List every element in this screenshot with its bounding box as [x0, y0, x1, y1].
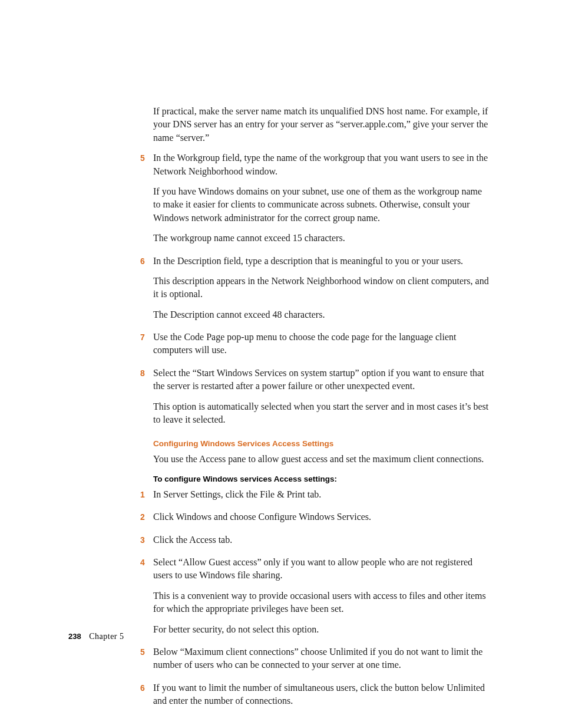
step-paragraph: In the Description field, type a descrip…	[153, 255, 489, 268]
step-number: 2	[140, 510, 153, 527]
step: 6If you want to limit the number of simu…	[153, 681, 489, 711]
step: 7Use the Code Page pop-up menu to choose…	[153, 331, 489, 361]
step-body: In the Description field, type a descrip…	[153, 255, 489, 325]
step-number: 5	[140, 151, 153, 248]
steps-group-b: 1In Server Settings, click the File & Pr…	[153, 488, 489, 711]
step-paragraph: The workgroup name cannot exceed 15 char…	[153, 232, 489, 245]
step-paragraph: Click Windows and choose Configure Windo…	[153, 510, 489, 523]
step-row: 2Click Windows and choose Configure Wind…	[153, 510, 489, 527]
step: 8Select the “Start Windows Services on s…	[153, 367, 489, 430]
step-paragraph: Select the “Start Windows Services on sy…	[153, 367, 489, 393]
step-row: 6In the Description field, type a descri…	[153, 255, 489, 325]
step-paragraph: This description appears in the Network …	[153, 275, 489, 301]
page-content: If practical, make the server name match…	[153, 105, 489, 717]
step-body: Select the “Start Windows Services on sy…	[153, 367, 489, 430]
page-number: 238	[68, 632, 81, 641]
step: 5In the Workgroup field, type the name o…	[153, 151, 489, 248]
step-number: 6	[140, 255, 153, 325]
step-body: Use the Code Page pop-up menu to choose …	[153, 331, 489, 361]
step-number: 1	[140, 488, 153, 505]
step-number: 5	[140, 645, 153, 676]
step-row: 5In the Workgroup field, type the name o…	[153, 151, 489, 248]
step-row: 8Select the “Start Windows Services on s…	[153, 367, 489, 430]
step-paragraph: Select “Allow Guest access” only if you …	[153, 556, 489, 582]
step-body: In the Workgroup field, type the name of…	[153, 151, 489, 248]
subheading: To configure Windows services Access set…	[153, 475, 489, 483]
steps-group-a: 5In the Workgroup field, type the name o…	[153, 151, 489, 430]
step-paragraph: For better security, do not select this …	[153, 623, 489, 636]
step-paragraph: Below “Maximum client connections” choos…	[153, 645, 489, 672]
step: 4Select “Allow Guest access” only if you…	[153, 556, 489, 640]
step-row: 5Below “Maximum client connections” choo…	[153, 645, 489, 676]
step-paragraph: If you want to limit the number of simul…	[153, 681, 489, 708]
step: 5Below “Maximum client connections” choo…	[153, 645, 489, 676]
step-paragraph: Use the Code Page pop-up menu to choose …	[153, 331, 489, 357]
chapter-label: Chapter 5	[89, 632, 124, 641]
section-intro: You use the Access pane to allow guest a…	[153, 453, 489, 466]
step-paragraph: In Server Settings, click the File & Pri…	[153, 488, 489, 501]
step-body: If you want to limit the number of simul…	[153, 681, 489, 711]
step-paragraph: Click the Access tab.	[153, 533, 489, 546]
step-paragraph: If you have Windows domains on your subn…	[153, 185, 489, 225]
step: 2Click Windows and choose Configure Wind…	[153, 510, 489, 527]
step-paragraph: In the Workgroup field, type the name of…	[153, 151, 489, 178]
section-heading: Configuring Windows Services Access Sett…	[153, 439, 489, 448]
step-paragraph: This is a convenient way to provide occa…	[153, 589, 489, 616]
step-row: 6If you want to limit the number of simu…	[153, 681, 489, 711]
step-body: Select “Allow Guest access” only if you …	[153, 556, 489, 640]
step-row: 7Use the Code Page pop-up menu to choose…	[153, 331, 489, 361]
step-row: 1In Server Settings, click the File & Pr…	[153, 488, 489, 505]
step-number: 7	[140, 331, 153, 361]
step-number: 3	[140, 533, 153, 550]
step: 3Click the Access tab.	[153, 533, 489, 550]
step-body: Click Windows and choose Configure Windo…	[153, 510, 489, 527]
step-row: 3Click the Access tab.	[153, 533, 489, 550]
step-paragraph: This option is automatically selected wh…	[153, 400, 489, 427]
step-number: 8	[140, 367, 153, 430]
step-body: Click the Access tab.	[153, 533, 489, 550]
intro-paragraph: If practical, make the server name match…	[153, 105, 489, 144]
page-footer: 238 Chapter 5	[68, 632, 124, 641]
step-number: 6	[140, 681, 153, 711]
step: 6In the Description field, type a descri…	[153, 255, 489, 325]
step-body: In Server Settings, click the File & Pri…	[153, 488, 489, 505]
step: 1In Server Settings, click the File & Pr…	[153, 488, 489, 505]
step-paragraph: The Description cannot exceed 48 charact…	[153, 308, 489, 321]
step-body: Below “Maximum client connections” choos…	[153, 645, 489, 676]
step-row: 4Select “Allow Guest access” only if you…	[153, 556, 489, 640]
step-number: 4	[140, 556, 153, 640]
